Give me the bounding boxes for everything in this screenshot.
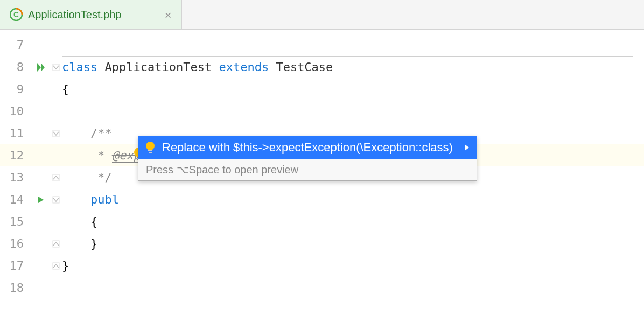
intention-label: Replace with $this->expectException(\Exc… [162, 141, 453, 155]
php-class-icon: C [10, 8, 23, 21]
code-line: } [55, 233, 644, 255]
intention-popup: Replace with $this->expectException(\Exc… [138, 136, 477, 181]
close-icon[interactable]: × [164, 8, 171, 22]
chevron-right-icon [464, 141, 470, 155]
line-number: 15 [0, 215, 28, 228]
line-number: 14 [0, 193, 28, 206]
gutter-row: 11 [0, 122, 55, 144]
gutter-row: 14 [0, 188, 55, 211]
line-number: 18 [0, 281, 28, 295]
tab-bar: C ApplicationTest.php × [0, 0, 644, 30]
gutter-row: 18 [0, 277, 55, 299]
line-number: 10 [0, 104, 28, 118]
code-line [55, 34, 644, 56]
line-number: 11 [0, 127, 28, 140]
tab-application-test[interactable]: C ApplicationTest.php × [0, 0, 182, 29]
run-icon[interactable] [28, 62, 54, 73]
code-line: publ [55, 188, 644, 211]
gutter: 7 8 9 10 11 1 [0, 30, 55, 322]
code-line [55, 277, 644, 299]
gutter-row: 16 [0, 233, 55, 255]
code-line: { [55, 211, 644, 233]
line-number: 9 [0, 82, 28, 96]
intention-action-replace[interactable]: Replace with $this->expectException(\Exc… [138, 136, 477, 159]
run-icon[interactable] [28, 195, 54, 204]
line-number: 16 [0, 237, 28, 250]
separator-line [62, 56, 633, 57]
gutter-row: 13 [0, 166, 55, 188]
gutter-row: 12 [0, 144, 55, 166]
code-line: { [55, 78, 644, 100]
line-number: 7 [0, 38, 28, 52]
code-line: class ApplicationTest extends TestCase [55, 56, 644, 78]
code-line: } [55, 255, 644, 277]
gutter-row: 9 [0, 78, 55, 100]
line-number: 17 [0, 259, 28, 272]
svg-point-11 [146, 142, 155, 150]
gutter-row: 10 [0, 100, 55, 122]
code-line [55, 100, 644, 122]
intention-hint: Press ⌥Space to open preview [138, 159, 477, 180]
svg-text:C: C [13, 10, 19, 19]
gutter-row: 8 [0, 56, 55, 78]
gutter-row: 17 [0, 255, 55, 277]
svg-rect-12 [148, 150, 152, 151]
gutter-row: 7 [0, 34, 55, 56]
gutter-row: 15 [0, 211, 55, 233]
svg-rect-13 [149, 152, 152, 153]
line-number: 8 [0, 60, 28, 74]
bulb-icon [145, 141, 156, 154]
intention-bulb-icon[interactable] [76, 134, 145, 177]
tab-label: ApplicationTest.php [28, 9, 121, 21]
line-number: 12 [0, 149, 28, 162]
line-number: 13 [0, 171, 28, 184]
